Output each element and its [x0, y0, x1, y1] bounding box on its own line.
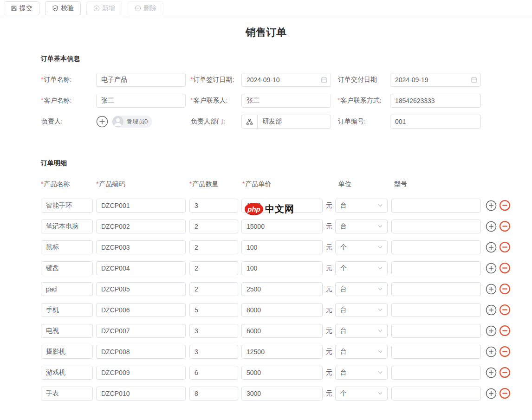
product-price-input[interactable]	[241, 303, 323, 317]
currency-suffix: 元	[326, 327, 333, 335]
product-code-input[interactable]	[96, 220, 186, 233]
customer-contact-input[interactable]	[241, 94, 331, 108]
table-row: 元 台	[41, 278, 532, 299]
product-name-input[interactable]	[41, 240, 93, 254]
sign-date-input[interactable]	[241, 73, 331, 87]
remove-row-button[interactable]	[499, 346, 511, 357]
unit-select[interactable]: 个	[335, 261, 388, 275]
model-input[interactable]	[391, 324, 481, 338]
save-icon	[11, 5, 17, 12]
remove-row-button[interactable]	[499, 283, 511, 295]
owner-dept-input[interactable]	[257, 115, 331, 129]
add-row-button[interactable]	[486, 221, 497, 232]
product-price-input[interactable]	[241, 387, 323, 401]
remove-row-button[interactable]	[499, 304, 511, 316]
unit-select[interactable]: 台	[335, 220, 388, 233]
product-name-input[interactable]	[41, 261, 93, 275]
product-code-input[interactable]	[96, 345, 186, 359]
order-name-input[interactable]	[96, 73, 186, 87]
product-price-input[interactable]	[241, 366, 323, 380]
unit-select[interactable]: 台	[335, 366, 388, 380]
add-row-button[interactable]	[486, 242, 497, 253]
product-qty-input[interactable]	[189, 303, 238, 317]
product-price-input[interactable]	[241, 282, 323, 296]
product-price-input[interactable]	[241, 240, 323, 254]
product-qty-input[interactable]	[189, 282, 238, 296]
product-name-input[interactable]	[41, 199, 93, 213]
product-name-input[interactable]	[41, 220, 93, 233]
product-code-input[interactable]	[96, 240, 186, 254]
add-owner-button[interactable]	[96, 116, 108, 128]
product-name-input[interactable]	[41, 366, 93, 380]
model-input[interactable]	[391, 240, 481, 254]
remove-row-button[interactable]	[499, 388, 511, 399]
unit-select[interactable]: 台	[335, 324, 388, 338]
remove-row-button[interactable]	[499, 367, 511, 378]
product-code-input[interactable]	[96, 387, 186, 401]
product-qty-input[interactable]	[189, 220, 238, 233]
product-price-input[interactable]	[241, 324, 323, 338]
product-code-input[interactable]	[96, 261, 186, 275]
remove-row-button[interactable]	[499, 200, 511, 211]
add-row-button[interactable]	[486, 263, 497, 274]
product-qty-input[interactable]	[189, 387, 238, 401]
product-price-input[interactable]	[241, 345, 323, 359]
product-name-input[interactable]	[41, 387, 93, 401]
model-input[interactable]	[391, 199, 481, 213]
org-tree-icon[interactable]	[241, 115, 257, 129]
add-row-button[interactable]	[486, 325, 497, 336]
add-row-button[interactable]	[486, 284, 497, 295]
add-row-button[interactable]	[486, 367, 497, 378]
model-input[interactable]	[391, 366, 481, 380]
add-row-button[interactable]	[486, 304, 497, 316]
validate-button[interactable]: 校验	[45, 1, 81, 15]
product-name-input[interactable]	[41, 282, 93, 296]
product-qty-input[interactable]	[189, 261, 238, 275]
customer-name-input[interactable]	[96, 94, 186, 108]
product-price-input[interactable]	[241, 220, 323, 233]
delivery-date-input[interactable]	[390, 73, 481, 87]
add-row-button[interactable]	[486, 388, 497, 399]
product-name-input[interactable]	[41, 345, 93, 359]
table-row: 元 台	[41, 320, 532, 341]
unit-select[interactable]: 台	[335, 199, 388, 213]
unit-select[interactable]: 台	[335, 345, 388, 359]
product-name-input[interactable]	[41, 324, 93, 338]
currency-suffix: 元	[326, 389, 333, 398]
add-row-button[interactable]	[486, 346, 497, 357]
remove-row-button[interactable]	[499, 241, 511, 253]
model-input[interactable]	[391, 303, 481, 317]
product-qty-input[interactable]	[189, 324, 238, 338]
product-price-input[interactable]	[241, 199, 323, 213]
product-qty-input[interactable]	[189, 199, 238, 213]
customer-phone-input[interactable]	[390, 94, 481, 108]
table-row: 元 个	[41, 237, 532, 258]
unit-select[interactable]: 台	[335, 282, 388, 296]
product-code-input[interactable]	[96, 366, 186, 380]
model-input[interactable]	[391, 220, 481, 233]
order-no-input[interactable]	[390, 115, 481, 129]
unit-select[interactable]: 台	[335, 303, 388, 317]
add-row-button[interactable]	[486, 200, 497, 211]
remove-row-button[interactable]	[499, 262, 511, 274]
model-input[interactable]	[391, 345, 481, 359]
owner-chip[interactable]: 管理员0	[112, 116, 152, 128]
product-name-input[interactable]	[41, 303, 93, 317]
product-qty-input[interactable]	[189, 366, 238, 380]
model-input[interactable]	[391, 282, 481, 296]
unit-select[interactable]: 个	[335, 387, 388, 401]
product-qty-input[interactable]	[189, 240, 238, 254]
minus-circle-icon	[135, 5, 141, 12]
product-code-input[interactable]	[96, 324, 186, 338]
product-code-input[interactable]	[96, 303, 186, 317]
product-code-input[interactable]	[96, 199, 186, 213]
remove-row-button[interactable]	[499, 325, 511, 336]
product-qty-input[interactable]	[189, 345, 238, 359]
model-input[interactable]	[391, 387, 481, 401]
product-code-input[interactable]	[96, 282, 186, 296]
product-price-input[interactable]	[241, 261, 323, 275]
submit-button[interactable]: 提交	[4, 1, 39, 15]
model-input[interactable]	[391, 261, 481, 275]
remove-row-button[interactable]	[499, 220, 511, 232]
unit-select[interactable]: 个	[335, 240, 388, 254]
